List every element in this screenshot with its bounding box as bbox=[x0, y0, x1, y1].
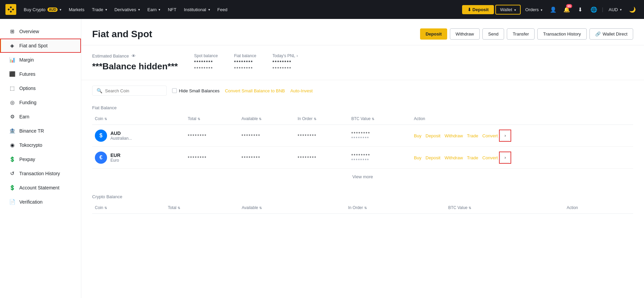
aud-deposit-link[interactable]: Deposit bbox=[425, 133, 440, 138]
crypto-col-action: Action bbox=[564, 202, 633, 214]
nav-nft[interactable]: NFT bbox=[164, 0, 180, 19]
aud-in-order: ******** bbox=[297, 133, 316, 138]
send-action-button[interactable]: Send bbox=[482, 28, 504, 40]
search-input[interactable] bbox=[105, 88, 162, 93]
sort-icon: ⇅ bbox=[259, 117, 262, 121]
col-in-order[interactable]: In Order ⇅ bbox=[295, 113, 348, 125]
margin-icon: 📊 bbox=[9, 57, 15, 63]
fiat-balance-value: ******** bbox=[234, 60, 256, 65]
nav-right-actions: ⬇ Deposit Wallet ▾ Orders ▾ 👤 🔔 65 ⬇ 🌐 |… bbox=[462, 0, 639, 19]
theme-toggle[interactable]: 🌙 bbox=[626, 3, 639, 16]
logo[interactable] bbox=[5, 4, 16, 15]
sidebar-item-transaction-history[interactable]: ↺ Transaction History bbox=[0, 166, 81, 181]
chevron-down-icon: ▾ bbox=[159, 8, 160, 12]
nav-institutional[interactable]: Institutional ▾ bbox=[181, 0, 213, 19]
profile-icon-button[interactable]: 👤 bbox=[547, 3, 559, 16]
crypto-section-label: Crypto Balance bbox=[92, 190, 633, 202]
nav-trade[interactable]: Trade ▾ bbox=[88, 0, 110, 19]
sidebar-item-options[interactable]: ⬚ Options bbox=[0, 81, 81, 95]
futures-icon: ⬛ bbox=[9, 71, 15, 77]
col-btc-value[interactable]: BTC Value ⇅ bbox=[349, 113, 411, 125]
main-layout: ⊞ Overview ◈ Fiat and Spot 📊 Margin ⬛ Fu… bbox=[0, 19, 644, 298]
convert-bnb-link[interactable]: Convert Small Balance to BNB bbox=[225, 88, 285, 93]
page-header: Fiat and Spot Deposit Withdraw Send Tran… bbox=[81, 19, 644, 45]
crypto-col-coin[interactable]: Coin ⇅ bbox=[92, 202, 165, 214]
hide-balance-icon[interactable]: 👁 bbox=[131, 53, 136, 59]
sidebar-item-overview[interactable]: ⊞ Overview bbox=[0, 24, 81, 39]
search-box[interactable]: 🔍 bbox=[92, 86, 167, 96]
aud-convert-link[interactable]: Convert bbox=[482, 133, 498, 138]
nav-earn[interactable]: Earn ▾ bbox=[144, 0, 164, 19]
sidebar-item-tokocrypto[interactable]: ◉ Tokocrypto bbox=[0, 138, 81, 152]
sidebar-item-binance-tr[interactable]: 🏦 Binance TR bbox=[0, 124, 81, 138]
sidebar-item-fiat-and-spot[interactable]: ◈ Fiat and Spot bbox=[0, 39, 81, 53]
hide-small-balances-checkbox[interactable]: Hide Small Balances bbox=[172, 88, 220, 93]
nav-feed[interactable]: Feed bbox=[214, 0, 231, 19]
crypto-balance-section: Crypto Balance Coin ⇅ Total ⇅ Avail bbox=[81, 190, 644, 225]
sort-icon: ⇅ bbox=[314, 117, 316, 121]
binance-tr-icon: 🏦 bbox=[9, 128, 15, 134]
coin-cell-aud: $ AUD Australian... bbox=[95, 130, 182, 142]
transfer-action-button[interactable]: Transfer bbox=[507, 28, 535, 40]
deposit-action-button[interactable]: Deposit bbox=[420, 28, 447, 40]
crypto-col-in-order[interactable]: In Order ⇅ bbox=[345, 202, 445, 214]
nav-buy-crypto[interactable]: Buy Crypto AUD ▾ bbox=[20, 0, 65, 19]
sidebar-item-account-statement[interactable]: 💲 Account Statement bbox=[0, 181, 81, 195]
crypto-col-btc-value[interactable]: BTC Value ⇅ bbox=[445, 202, 564, 214]
aud-badge: AUD bbox=[47, 7, 58, 12]
crypto-col-total[interactable]: Total ⇅ bbox=[165, 202, 239, 214]
sidebar-item-margin[interactable]: 📊 Margin bbox=[0, 53, 81, 67]
nav-markets[interactable]: Markets bbox=[65, 0, 88, 19]
download-button[interactable]: ⬇ bbox=[574, 3, 586, 16]
sidebar-item-futures[interactable]: ⬛ Futures bbox=[0, 67, 81, 81]
svg-rect-0 bbox=[5, 4, 16, 15]
table-row: € EUR Euro ******** ******** ******** * bbox=[92, 147, 633, 169]
eur-trade-link[interactable]: Trade bbox=[467, 155, 478, 160]
fiat-section-label: Fiat Balance bbox=[92, 101, 633, 113]
aud-expand-button[interactable]: › bbox=[500, 131, 510, 140]
eur-convert-link[interactable]: Convert bbox=[482, 155, 498, 160]
currency-selector[interactable]: AUD ▾ bbox=[605, 0, 625, 19]
auto-invest-link[interactable]: Auto-Invest bbox=[290, 88, 313, 93]
col-action: Action bbox=[411, 113, 633, 125]
orders-button[interactable]: Orders ▾ bbox=[522, 5, 546, 14]
sidebar-item-pexpay[interactable]: 💲 Pexpay bbox=[0, 152, 81, 166]
aud-trade-link[interactable]: Trade bbox=[467, 133, 478, 138]
main-content: Fiat and Spot Deposit Withdraw Send Tran… bbox=[81, 19, 644, 298]
eur-deposit-link[interactable]: Deposit bbox=[425, 155, 440, 160]
fiat-balance-label: Fiat balance bbox=[234, 53, 256, 58]
sort-icon: ⇅ bbox=[198, 117, 200, 121]
aud-withdraw-link[interactable]: Withdraw bbox=[444, 133, 463, 138]
search-icon: 🔍 bbox=[97, 88, 102, 93]
pnl-label-row[interactable]: Today's PNL › bbox=[272, 53, 298, 58]
aud-total: ******** bbox=[188, 133, 207, 138]
pnl-sub: ******** bbox=[272, 66, 298, 71]
col-coin[interactable]: Coin ⇅ bbox=[92, 113, 185, 125]
notifications-button[interactable]: 🔔 65 bbox=[561, 3, 573, 16]
estimated-balance-label: Estimated Balance bbox=[92, 53, 129, 59]
wallet-button[interactable]: Wallet ▾ bbox=[495, 5, 520, 15]
language-button[interactable]: 🌐 bbox=[588, 3, 600, 16]
aud-buy-link[interactable]: Buy bbox=[414, 133, 421, 138]
eur-expand-button[interactable]: › bbox=[500, 153, 510, 162]
nav-derivatives[interactable]: Derivatives ▾ bbox=[111, 0, 143, 19]
page-title: Fiat and Spot bbox=[92, 29, 416, 40]
withdraw-action-button[interactable]: Withdraw bbox=[450, 28, 480, 40]
crypto-col-available[interactable]: Available ⇅ bbox=[239, 202, 346, 214]
sidebar-item-funding[interactable]: ◎ Funding bbox=[0, 95, 81, 110]
top-navigation: Buy Crypto AUD ▾ Markets Trade ▾ Derivat… bbox=[0, 0, 644, 19]
col-available[interactable]: Available ⇅ bbox=[239, 113, 295, 125]
wallet-direct-button[interactable]: 🔗 Wallet Direct bbox=[589, 28, 633, 40]
fiat-balance-card: Fiat balance ******** ******** bbox=[234, 53, 256, 71]
eur-buy-link[interactable]: Buy bbox=[414, 155, 421, 160]
view-more-button[interactable]: View more bbox=[92, 169, 633, 185]
coin-cell-eur: € EUR Euro bbox=[95, 152, 182, 164]
table-row: $ AUD Australian... ******** ******** **… bbox=[92, 125, 633, 147]
sidebar-item-earn[interactable]: ⚙ Earn bbox=[0, 110, 81, 124]
filter-row: 🔍 Hide Small Balances Convert Small Bala… bbox=[81, 80, 644, 101]
eur-withdraw-link[interactable]: Withdraw bbox=[444, 155, 463, 160]
col-total[interactable]: Total ⇅ bbox=[185, 113, 238, 125]
sidebar-item-verification[interactable]: 📄 Verification bbox=[0, 195, 81, 209]
deposit-button[interactable]: ⬇ Deposit bbox=[462, 5, 494, 14]
transaction-history-button[interactable]: Transaction History bbox=[537, 28, 587, 40]
